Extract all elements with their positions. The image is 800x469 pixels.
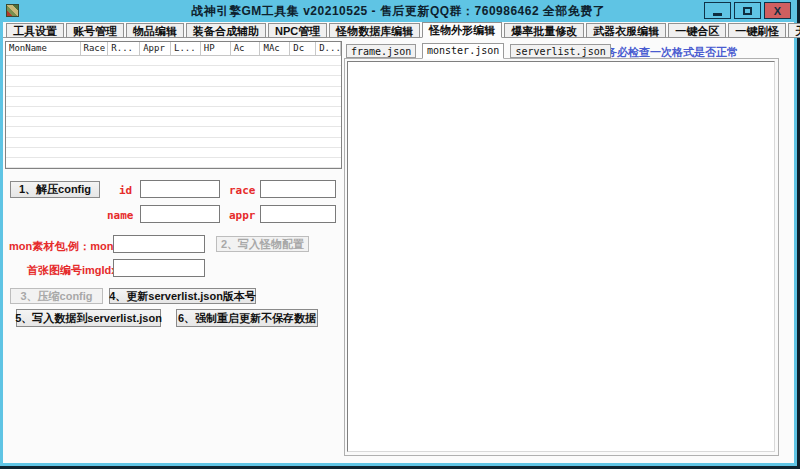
table-row	[6, 117, 341, 127]
race-label: race	[229, 184, 256, 197]
id-input[interactable]	[140, 180, 220, 198]
table-row	[6, 107, 341, 117]
main-tabbar: 工具设置账号管理物品编辑装备合成辅助NPC管理怪物数据库编辑怪物外形编辑爆率批量…	[4, 22, 792, 38]
force-restart-button[interactable]: 6、强制重启更新不保存数据	[176, 309, 318, 327]
compress-config-button[interactable]: 3、压缩config	[10, 288, 103, 304]
table-row	[6, 148, 341, 158]
main-tab-4[interactable]: NPC管理	[268, 23, 327, 38]
table-row	[6, 127, 341, 137]
monster-table-body	[6, 56, 341, 168]
main-tab-5[interactable]: 怪物数据库编辑	[329, 23, 420, 38]
write-to-serverlist-button[interactable]: 5、写入数据到serverlist.json	[16, 309, 161, 327]
id-label: id	[119, 184, 132, 197]
img-idx-label: 首张图编号imgIdx	[27, 263, 117, 278]
mon-pack-input[interactable]	[113, 235, 205, 253]
mon-pack-label: mon素材包,例：mon17	[9, 239, 126, 254]
column-header-dc[interactable]: Dc	[290, 42, 316, 55]
table-row	[6, 87, 341, 97]
close-button-icon[interactable]: X	[764, 2, 791, 19]
maximize-button-icon[interactable]	[734, 2, 761, 19]
monster-table-header: MonNameRaceR...ApprL...HPAcMAcDcD...	[6, 42, 341, 56]
table-row	[6, 66, 341, 76]
unpack-config-button[interactable]: 1、解压config	[10, 181, 100, 198]
column-header-r[interactable]: R...	[108, 42, 140, 55]
minimize-button-icon[interactable]	[704, 2, 731, 19]
table-row	[6, 97, 341, 107]
main-tab-7[interactable]: 爆率批量修改	[504, 23, 584, 38]
name-input[interactable]	[140, 205, 220, 223]
tab-page-monster-appearance: MonNameRaceR...ApprL...HPAcMAcDcD... 1、解…	[3, 37, 794, 460]
appr-input[interactable]	[260, 205, 336, 223]
column-header-ac[interactable]: Ac	[231, 42, 261, 55]
img-idx-input[interactable]	[113, 259, 205, 277]
json-editor-textarea[interactable]	[347, 61, 775, 452]
column-header-monname[interactable]: MonName	[6, 42, 81, 55]
table-row	[6, 138, 341, 148]
main-tab-6[interactable]: 怪物外形编辑	[422, 22, 502, 38]
app-window: 战神引擎GM工具集 v20210525 - 售后更新QQ群：760986462 …	[0, 0, 797, 466]
race-input[interactable]	[260, 180, 336, 198]
main-tab-9[interactable]: 一键合区	[668, 23, 726, 38]
column-header-hp[interactable]: HP	[201, 42, 231, 55]
main-tab-3[interactable]: 装备合成辅助	[186, 23, 266, 38]
window-controls: X	[704, 2, 791, 19]
column-header-appr[interactable]: Appr	[140, 42, 171, 55]
main-tab-8[interactable]: 武器衣服编辑	[586, 23, 666, 38]
column-header-mac[interactable]: MAc	[260, 42, 290, 55]
tab-frame-json[interactable]: frame.json	[346, 44, 416, 58]
column-header-l[interactable]: L...	[171, 42, 201, 55]
main-tab-1[interactable]: 账号管理	[66, 23, 124, 38]
main-tab-2[interactable]: 物品编辑	[126, 23, 184, 38]
monster-list-table[interactable]: MonNameRaceR...ApprL...HPAcMAcDcD...	[5, 41, 342, 169]
app-icon	[6, 4, 19, 17]
tab-serverlist-json[interactable]: serverlist.json	[510, 44, 610, 58]
tab-monster-json[interactable]: monster.json	[422, 43, 504, 59]
update-serverlist-version-button[interactable]: 4、更新serverlist.json版本号	[109, 288, 256, 304]
table-row	[6, 76, 341, 86]
main-tab-11[interactable]: 无限制版本	[788, 23, 800, 38]
column-header-d[interactable]: D...	[316, 42, 341, 55]
main-tab-0[interactable]: 工具设置	[6, 23, 64, 38]
main-tab-10[interactable]: 一键刷怪	[728, 23, 786, 38]
titlebar: 战神引擎GM工具集 v20210525 - 售后更新QQ群：760986462 …	[0, 0, 797, 22]
table-row	[6, 158, 341, 168]
table-row	[6, 56, 341, 66]
appr-label: appr	[229, 209, 256, 222]
name-label: name	[107, 209, 134, 222]
window-title: 战神引擎GM工具集 v20210525 - 售后更新QQ群：760986462 …	[0, 3, 797, 20]
write-monster-config-button[interactable]: 2、写入怪物配置	[216, 236, 309, 252]
column-header-race[interactable]: Race	[81, 42, 109, 55]
